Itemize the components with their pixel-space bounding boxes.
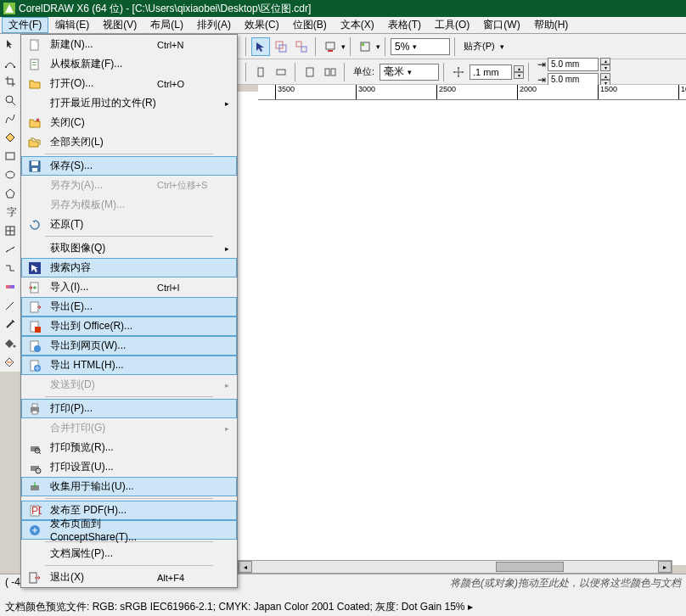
menubar: 文件(F) 编辑(E) 视图(V) 布局(L) 排列(A) 效果(C) 位图(B… — [0, 17, 686, 34]
file-menu-item[interactable]: 打印预览(R)... — [21, 438, 237, 457]
svg-point-21 — [6, 171, 14, 178]
app-icon — [3, 3, 15, 14]
menu-help[interactable]: 帮助(H) — [527, 17, 576, 33]
menu-view[interactable]: 视图(V) — [96, 17, 143, 33]
svg-text:PDF: PDF — [31, 505, 42, 517]
fill-tool-icon[interactable] — [2, 334, 19, 351]
menu-table[interactable]: 表格(T) — [381, 17, 428, 33]
zoom-dropdown[interactable]: 5% — [391, 38, 450, 55]
smart-fill-icon[interactable] — [2, 129, 19, 146]
publish-icon[interactable] — [321, 37, 340, 56]
file-menu-item[interactable]: 保存(S)... — [21, 156, 237, 176]
file-menu-item[interactable]: 导出 HTML(H)... — [21, 356, 237, 375]
file-menu-item[interactable]: 搜索内容 — [21, 258, 237, 277]
file-menu-item[interactable]: 打印(P)... — [21, 399, 237, 418]
interactive-fill-icon[interactable] — [2, 353, 19, 370]
file-menu-item[interactable]: 还原(T) — [21, 215, 237, 234]
menu-window[interactable]: 窗口(W) — [476, 17, 526, 33]
print-setup-icon — [25, 461, 45, 474]
arrow-tool-icon[interactable] — [251, 37, 270, 56]
svg-rect-3 — [301, 47, 306, 52]
polygon-tool-icon[interactable] — [2, 185, 19, 202]
rectangle-tool-icon[interactable] — [2, 148, 19, 165]
file-menu-item[interactable]: 发布页面到 ConceptShare(T)... — [21, 520, 237, 540]
landscape-icon[interactable] — [272, 63, 290, 81]
svg-point-19 — [6, 96, 13, 103]
file-menu-item[interactable]: 打开最近用过的文件(R)▸ — [21, 93, 237, 113]
file-menu-item[interactable]: 文档属性(P)... — [21, 544, 237, 563]
scrollbar-horizontal[interactable]: ◂ ▸ — [238, 560, 672, 574]
file-menu-item[interactable]: 导出到 Office(R)... — [21, 316, 237, 336]
menu-item-label: 全部关闭(L) — [45, 135, 157, 149]
file-menu-item[interactable]: 退出(X)Alt+F4 — [21, 568, 237, 587]
menu-item-shortcut: Ctrl+O — [157, 79, 225, 89]
canvas[interactable] — [238, 92, 686, 565]
zoom-tool-icon[interactable] — [2, 92, 19, 109]
menu-edit[interactable]: 编辑(E) — [48, 17, 96, 33]
launcher-icon[interactable] — [356, 37, 374, 56]
open-icon — [25, 77, 45, 91]
freehand-tool-icon[interactable] — [2, 110, 19, 127]
svg-rect-35 — [31, 302, 38, 312]
text-tool-icon[interactable]: 字 — [2, 204, 19, 221]
menu-text[interactable]: 文本(X) — [334, 17, 381, 33]
ellipse-tool-icon[interactable] — [2, 166, 19, 183]
menu-arrange[interactable]: 排列(A) — [190, 17, 238, 33]
file-menu-item[interactable]: 全部关闭(L) — [21, 132, 237, 152]
menu-item-shortcut: Alt+F4 — [157, 573, 225, 583]
menu-item-label: 收集用于输出(U)... — [45, 479, 157, 494]
file-menu-item[interactable]: 新建(N)...Ctrl+N — [21, 35, 237, 54]
file-menu-item[interactable]: 导出到网页(W)... — [21, 336, 237, 356]
dimension-tool-icon[interactable] — [2, 241, 19, 258]
file-menu-item[interactable]: 收集用于输出(U)... — [21, 477, 237, 496]
page-single-icon[interactable] — [301, 63, 319, 81]
new-template-icon — [25, 58, 45, 71]
shape-tool-icon[interactable] — [2, 54, 19, 71]
file-menu-item: 发送到(D)▸ — [21, 375, 237, 395]
align-label[interactable]: 贴齐(P) — [464, 40, 495, 53]
menu-item-label: 导入(I)... — [45, 280, 157, 294]
portrait-icon[interactable] — [251, 63, 270, 81]
color-hint: 将颜色(或对象)拖动至此处，以便将这些颜色与文档 — [450, 576, 681, 591]
menu-item-label: 打印预览(R)... — [45, 440, 157, 455]
file-menu-item[interactable]: 从模板新建(F)... — [21, 54, 237, 74]
menu-file[interactable]: 文件(F) — [2, 17, 48, 33]
outline-tool-icon[interactable] — [2, 316, 19, 333]
file-menu-item[interactable]: 导出(E)... — [21, 297, 237, 316]
menu-item-label: 合并打印(G) — [45, 421, 157, 435]
menu-tools[interactable]: 工具(O) — [428, 17, 476, 33]
pick-tool-icon[interactable] — [2, 36, 19, 53]
connector-tool-icon[interactable] — [2, 260, 19, 277]
scroll-thumb[interactable] — [496, 562, 564, 572]
file-menu-item[interactable]: 打印设置(U)... — [21, 457, 237, 477]
menu-bitmap[interactable]: 位图(B) — [286, 17, 334, 33]
menu-item-label: 保存(S)... — [45, 159, 157, 173]
file-menu-item[interactable]: 关闭(C) — [21, 113, 237, 132]
svg-rect-10 — [306, 68, 313, 76]
svg-rect-44 — [32, 411, 37, 414]
unit-dropdown[interactable]: 毫米 — [380, 64, 439, 81]
eyedropper-tool-icon[interactable] — [2, 297, 19, 314]
file-menu-item[interactable]: 获取图像(Q)▸ — [21, 238, 237, 258]
svg-rect-31 — [31, 161, 38, 165]
svg-rect-2 — [296, 42, 301, 47]
file-menu-item[interactable]: 导入(I)...Ctrl+I — [21, 277, 237, 297]
menu-layout[interactable]: 布局(L) — [143, 17, 190, 33]
ungroup-icon[interactable] — [292, 37, 311, 56]
menu-item-shortcut: Ctrl+I — [157, 283, 225, 293]
menu-item-label: 退出(X) — [45, 570, 157, 585]
menu-item-label: 导出 HTML(H)... — [45, 358, 157, 372]
file-menu-item[interactable]: 打开(O)...Ctrl+O — [21, 74, 237, 93]
nudge-icon — [449, 63, 468, 81]
menu-effects[interactable]: 效果(C) — [238, 17, 286, 33]
table-tool-icon[interactable] — [2, 222, 19, 239]
group-icon[interactable] — [272, 37, 290, 56]
svg-rect-29 — [32, 64, 37, 65]
dup-width-input[interactable] — [548, 58, 599, 71]
scroll-left-icon[interactable]: ◂ — [239, 561, 252, 573]
crop-tool-icon[interactable] — [2, 73, 19, 90]
interactive-tool-icon[interactable] — [2, 278, 19, 295]
nudge-input[interactable]: ▴▾ — [470, 64, 524, 80]
page-facing-icon[interactable] — [321, 63, 340, 81]
scroll-right-icon[interactable]: ▸ — [658, 561, 672, 573]
